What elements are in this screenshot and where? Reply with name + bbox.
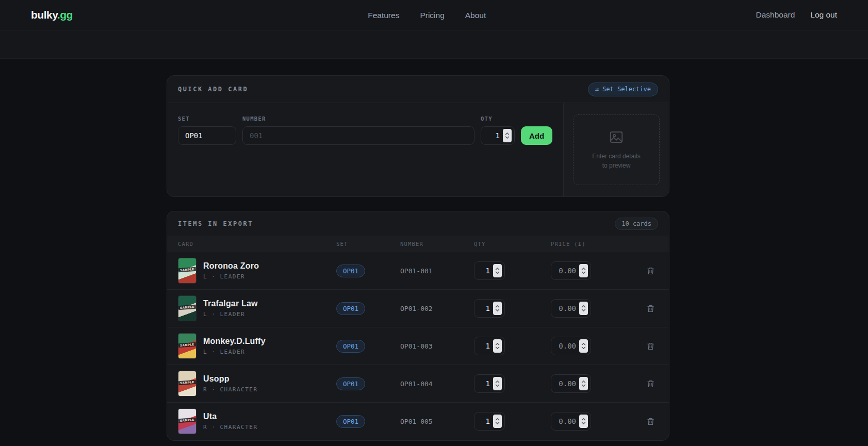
col-header-card: CARD xyxy=(178,241,336,247)
set-badge: OP01 xyxy=(336,302,365,315)
chevron-down-icon xyxy=(495,346,500,349)
row-price-stepper[interactable]: 0.00 xyxy=(551,261,591,280)
sample-watermark: SAMPLE xyxy=(178,342,196,347)
card-number: OP01-002 xyxy=(400,305,474,312)
row-price-stepper[interactable]: 0.00 xyxy=(551,412,591,431)
col-header-qty: QTY xyxy=(474,241,551,247)
col-header-number: NUMBER xyxy=(400,241,474,247)
stepper-buttons[interactable] xyxy=(579,415,588,428)
nav-link-pricing[interactable]: Pricing xyxy=(420,11,444,20)
export-title: ITEMS IN EXPORT xyxy=(178,220,253,227)
quick-add-panel: QUICK ADD CARD ⇄ Set Selective SET NUMBE… xyxy=(167,75,669,197)
set-selective-button[interactable]: ⇄ Set Selective xyxy=(588,82,658,96)
set-selective-label: Set Selective xyxy=(602,86,651,93)
items-in-export-panel: ITEMS IN EXPORT 10 cards CARD SET NUMBER… xyxy=(167,211,669,441)
row-qty-stepper[interactable]: 1 xyxy=(474,299,505,318)
navbar: bulky.gg Features Pricing About Dashboar… xyxy=(0,0,868,30)
sample-watermark: SAMPLE xyxy=(178,417,196,422)
nav-link-dashboard[interactable]: Dashboard xyxy=(756,10,795,20)
card-subtitle: L · LEADER xyxy=(203,349,266,355)
delete-row-button[interactable] xyxy=(643,301,658,316)
preview-hint-text: Enter card details to preview xyxy=(592,152,640,170)
stepper-buttons[interactable] xyxy=(493,415,502,428)
card-name: Usopp xyxy=(203,374,258,384)
chevron-down-icon xyxy=(505,136,510,139)
row-price-stepper[interactable]: 0.00 xyxy=(551,299,591,318)
stepper-buttons[interactable] xyxy=(579,377,588,390)
card-cell: SAMPLE Uta R · CHARACTER xyxy=(178,408,336,434)
trash-icon xyxy=(646,267,655,275)
delete-row-button[interactable] xyxy=(643,414,658,429)
card-thumbnail: SAMPLE xyxy=(178,258,196,284)
logout-button[interactable]: Log out xyxy=(810,10,837,20)
stepper-buttons[interactable] xyxy=(579,339,588,353)
export-header: ITEMS IN EXPORT 10 cards xyxy=(167,211,669,236)
qty-value: 1 xyxy=(496,131,500,140)
sample-watermark: SAMPLE xyxy=(178,304,196,309)
card-preview-area: Enter card details to preview xyxy=(563,103,669,196)
set-field-group: SET xyxy=(178,115,236,145)
brand-name: bulky xyxy=(31,9,57,21)
trash-icon xyxy=(646,417,655,426)
qty-field-label: QTY xyxy=(481,115,515,122)
sample-watermark: SAMPLE xyxy=(178,379,196,385)
stepper-buttons[interactable] xyxy=(493,339,502,353)
chevron-down-icon xyxy=(581,309,586,311)
quick-add-header: QUICK ADD CARD ⇄ Set Selective xyxy=(167,76,669,103)
qty-stepper[interactable]: 1 xyxy=(481,126,515,145)
trash-icon xyxy=(646,379,655,388)
set-input[interactable] xyxy=(178,126,236,145)
brand-logo[interactable]: bulky.gg xyxy=(31,9,73,21)
preview-placeholder: Enter card details to preview xyxy=(573,114,660,185)
table-row: SAMPLE Roronoa Zoro L · LEADER OP01 OP01… xyxy=(167,252,669,290)
number-input[interactable] xyxy=(242,126,474,145)
quick-add-form: SET NUMBER QTY 1 xyxy=(167,103,563,196)
col-header-price: PRICE (£) xyxy=(551,241,640,247)
card-cell: SAMPLE Trafalgar Law L · LEADER xyxy=(178,295,336,321)
chevron-down-icon xyxy=(495,309,500,311)
image-icon xyxy=(609,129,624,145)
card-number: OP01-003 xyxy=(400,342,474,350)
col-header-set: SET xyxy=(336,241,400,247)
stepper-buttons[interactable] xyxy=(493,302,502,315)
nav-link-about[interactable]: About xyxy=(465,11,486,20)
chevron-down-icon xyxy=(495,271,500,274)
row-qty-stepper[interactable]: 1 xyxy=(474,337,505,355)
set-badge: OP01 xyxy=(336,265,365,277)
row-price-stepper[interactable]: 0.00 xyxy=(551,374,591,393)
stepper-buttons[interactable] xyxy=(579,264,588,277)
brand-tld: .gg xyxy=(57,9,73,21)
card-cell: SAMPLE Usopp R · CHARACTER xyxy=(178,371,336,397)
chevron-up-icon xyxy=(505,133,510,135)
chevron-down-icon xyxy=(581,384,586,387)
nav-links: Features Pricing About xyxy=(368,0,486,30)
nav-link-features[interactable]: Features xyxy=(368,11,399,20)
trash-icon xyxy=(646,342,655,351)
card-thumbnail: SAMPLE xyxy=(178,295,196,321)
table-row: SAMPLE Uta R · CHARACTER OP01 OP01-005 1 xyxy=(167,403,669,440)
number-field-group: NUMBER xyxy=(242,115,474,145)
delete-row-button[interactable] xyxy=(643,376,658,391)
card-thumbnail: SAMPLE xyxy=(178,408,196,434)
chevron-up-icon xyxy=(495,381,500,383)
chevron-up-icon xyxy=(581,305,586,308)
chevron-up-icon xyxy=(495,418,500,421)
chevron-up-icon xyxy=(495,268,500,270)
stepper-buttons[interactable] xyxy=(503,129,512,142)
card-cell: SAMPLE Monkey.D.Luffy L · LEADER xyxy=(178,333,336,359)
chevron-up-icon xyxy=(495,343,500,345)
table-column-headers: CARD SET NUMBER QTY PRICE (£) xyxy=(167,236,669,252)
stepper-buttons[interactable] xyxy=(493,264,502,277)
card-cell: SAMPLE Roronoa Zoro L · LEADER xyxy=(178,258,336,284)
delete-row-button[interactable] xyxy=(643,338,658,354)
row-qty-stepper[interactable]: 1 xyxy=(474,374,505,393)
stepper-buttons[interactable] xyxy=(493,377,502,390)
row-price-stepper[interactable]: 0.00 xyxy=(551,337,591,355)
add-button[interactable]: Add xyxy=(521,126,552,145)
chevron-down-icon xyxy=(581,346,586,349)
row-qty-stepper[interactable]: 1 xyxy=(474,261,505,280)
delete-row-button[interactable] xyxy=(643,263,658,278)
row-qty-stepper[interactable]: 1 xyxy=(474,412,505,431)
stepper-buttons[interactable] xyxy=(579,302,588,315)
qty-field-group: QTY 1 xyxy=(481,115,515,145)
